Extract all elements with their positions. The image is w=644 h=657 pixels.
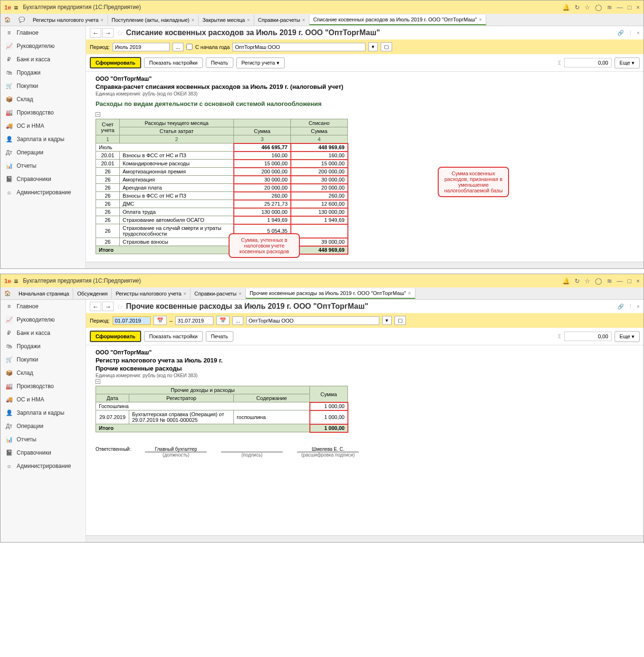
sidebar-item-9[interactable]: ДтОперации [0, 146, 86, 159]
circle-icon[interactable]: ◯ [595, 4, 602, 11]
close-icon[interactable]: × [636, 277, 640, 285]
close-icon[interactable]: × [636, 4, 640, 11]
period-input[interactable] [113, 43, 170, 51]
date-to-input[interactable] [175, 316, 213, 325]
sidebar-item-5[interactable]: 📦Склад [0, 366, 86, 380]
date-to-cal-button[interactable]: 📅 [216, 316, 230, 325]
org-open-button[interactable]: ▢ [394, 316, 406, 325]
sidebar-item-3[interactable]: 🛍Продажи [0, 340, 86, 353]
close-page-icon[interactable]: × [637, 30, 640, 36]
sidebar-item-10[interactable]: 📊Отчеты [0, 433, 86, 446]
tab-4[interactable]: Списание косвенных расходов за Июль 2019… [309, 15, 486, 25]
maximize-icon[interactable]: □ [628, 277, 632, 285]
star-icon[interactable]: ☆ [585, 277, 590, 285]
link-icon[interactable]: 🔗 [617, 30, 624, 36]
sidebar-item-3[interactable]: 🛍Продажи [0, 66, 86, 79]
date-from-cal-button[interactable]: 📅 [154, 316, 167, 325]
sidebar-item-6[interactable]: 🏭Производство [0, 380, 86, 393]
sidebar-item-0[interactable]: ≡Главное [0, 26, 86, 39]
form-button[interactable]: Сформировать [90, 331, 141, 342]
history-icon[interactable]: ↻ [575, 4, 580, 11]
print-button[interactable]: Печать [206, 331, 233, 342]
tab-1[interactable]: Поступление (акты, накладные)× [108, 15, 199, 25]
sidebar-item-12[interactable]: ☼Администрирование [0, 459, 86, 473]
menu-icon[interactable]: ≡ [14, 277, 18, 285]
tab-close-icon[interactable]: × [239, 291, 241, 296]
home-icon[interactable]: 🏠 [0, 288, 15, 298]
show-settings-button[interactable]: Показать настройки [144, 331, 203, 342]
minimize-icon[interactable]: — [617, 277, 623, 285]
tab-2[interactable]: Регистры налогового учета× [112, 288, 191, 299]
more-button[interactable]: Еще ▾ [615, 331, 640, 342]
h-scrollbar[interactable] [86, 535, 644, 542]
sidebar-item-12[interactable]: ☼Администрирование [0, 186, 86, 199]
sidebar-item-2[interactable]: ₽Банк и касса [0, 326, 86, 340]
period-select-button[interactable]: ... [173, 43, 183, 51]
forward-button[interactable]: → [102, 302, 114, 311]
minimize-icon[interactable]: — [617, 4, 623, 11]
tab-4[interactable]: Прочие косвенные расходы за Июль 2019 г.… [246, 288, 415, 299]
menu-icon[interactable]: ≡ [14, 3, 18, 11]
favorite-icon[interactable]: ☆ [116, 302, 123, 311]
tab-3[interactable]: Справки-расчеты× [254, 15, 309, 25]
form-button[interactable]: Сформировать [90, 57, 141, 68]
org-open-button[interactable]: ▢ [381, 42, 392, 51]
bell-icon[interactable]: 🔔 [562, 4, 570, 11]
register-button[interactable]: Регистр учета ▾ [236, 57, 285, 68]
forward-button[interactable]: → [102, 28, 114, 38]
org-input[interactable] [232, 43, 365, 51]
discuss-icon[interactable]: 💬 [15, 15, 29, 25]
back-button[interactable]: ← [90, 302, 101, 311]
period-select-button[interactable]: ... [232, 316, 243, 325]
org-dropdown-button[interactable]: ▾ [368, 42, 378, 51]
lines-icon[interactable]: ≋ [607, 4, 612, 11]
circle-icon[interactable]: ◯ [595, 277, 602, 285]
home-icon[interactable]: 🏠 [0, 15, 15, 25]
show-settings-button[interactable]: Показать настройки [144, 57, 203, 68]
sidebar-item-5[interactable]: 📦Склад [0, 93, 86, 106]
tab-close-icon[interactable]: × [247, 17, 250, 23]
maximize-icon[interactable]: □ [628, 4, 632, 11]
date-from-input[interactable] [113, 316, 151, 325]
tab-close-icon[interactable]: × [479, 17, 481, 22]
sidebar-item-6[interactable]: 🏭Производство [0, 106, 86, 119]
tab-1[interactable]: Обсуждения [73, 288, 112, 299]
bell-icon[interactable]: 🔔 [562, 277, 570, 285]
sigma-icon[interactable]: Σ [558, 60, 561, 66]
tab-0[interactable]: Начальная страница [15, 288, 73, 299]
back-button[interactable]: ← [90, 28, 101, 38]
since-year-checkbox[interactable] [186, 44, 192, 50]
sidebar-item-11[interactable]: 📓Справочники [0, 172, 86, 186]
more-button[interactable]: Еще ▾ [615, 57, 640, 68]
history-icon[interactable]: ↻ [575, 277, 580, 285]
h-scrollbar[interactable] [86, 262, 644, 268]
sidebar-item-1[interactable]: 📈Руководителю [0, 39, 86, 53]
org-input[interactable] [246, 316, 379, 325]
tab-2[interactable]: Закрытие месяца× [199, 15, 254, 25]
sidebar-item-7[interactable]: 🚚ОС и НМА [0, 393, 86, 406]
tab-close-icon[interactable]: × [100, 17, 103, 23]
org-dropdown-button[interactable]: ▾ [382, 316, 392, 325]
sigma-icon[interactable]: Σ [558, 333, 561, 339]
sidebar-item-0[interactable]: ≡Главное [0, 300, 86, 313]
close-page-icon[interactable]: × [637, 304, 640, 309]
tab-close-icon[interactable]: × [408, 290, 411, 296]
tab-close-icon[interactable]: × [191, 17, 194, 23]
more-icon[interactable]: ⋮ [628, 30, 633, 36]
tab-close-icon[interactable]: × [183, 291, 186, 296]
tab-close-icon[interactable]: × [302, 17, 305, 23]
lines-icon[interactable]: ≋ [607, 277, 612, 285]
print-button[interactable]: Печать [206, 57, 233, 68]
sidebar-item-4[interactable]: 🛒Покупки [0, 79, 86, 93]
tab-0[interactable]: Регистры налогового учета× [29, 15, 108, 25]
sidebar-item-11[interactable]: 📓Справочники [0, 446, 86, 459]
sidebar-item-7[interactable]: 🚚ОС и НМА [0, 119, 86, 133]
more-icon[interactable]: ⋮ [628, 304, 633, 310]
sidebar-item-8[interactable]: 👤Зарплата и кадры [0, 133, 86, 146]
sidebar-item-2[interactable]: ₽Банк и касса [0, 53, 86, 66]
tree-collapse-icon[interactable]: − [96, 379, 100, 384]
tree-collapse-icon[interactable]: − [96, 112, 100, 117]
favorite-icon[interactable]: ☆ [116, 29, 123, 38]
sidebar-item-8[interactable]: 👤Зарплата и кадры [0, 406, 86, 419]
link-icon[interactable]: 🔗 [617, 304, 624, 310]
